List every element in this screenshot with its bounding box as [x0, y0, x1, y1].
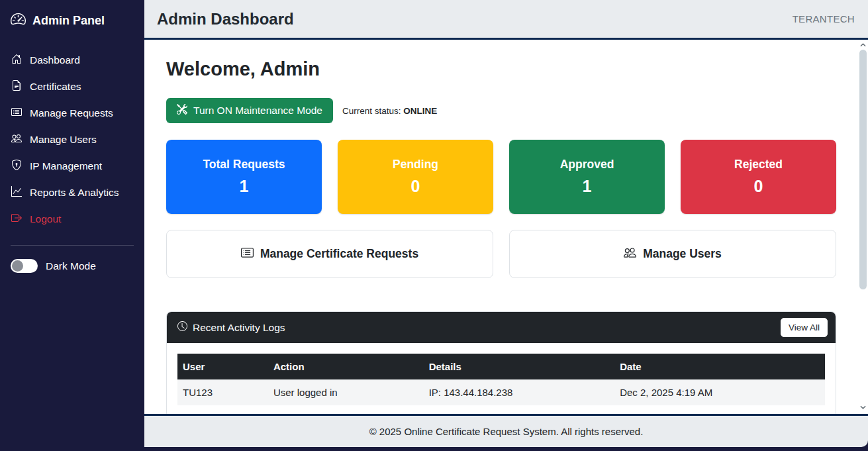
- scrollbar-up-arrow-icon[interactable]: [858, 40, 868, 50]
- recent-activity-card: Recent Activity Logs View All User Actio…: [166, 311, 836, 414]
- app-window: Admin Panel Dashboard Certificates Manag…: [0, 0, 868, 451]
- stat-card-total-requests: Total Requests 1: [166, 140, 322, 214]
- tools-icon: [177, 104, 187, 117]
- sidebar-brand: Admin Panel: [0, 0, 144, 47]
- sidebar-item-logout[interactable]: Logout: [0, 206, 144, 232]
- card-list-icon: [241, 246, 254, 262]
- sidebar-item-reports-analytics[interactable]: Reports & Analytics: [0, 179, 144, 206]
- action-button-label: Manage Certificate Requests: [260, 247, 418, 261]
- scrollbar-thumb[interactable]: [859, 50, 867, 289]
- scrollbar-down-arrow-icon[interactable]: [858, 403, 868, 412]
- page-footer: © 2025 Online Certificate Request System…: [144, 414, 868, 447]
- stat-value: 1: [166, 177, 322, 196]
- sidebar-item-ip-management[interactable]: IP Management: [0, 153, 144, 179]
- stat-card-rejected: Rejected 0: [681, 140, 836, 214]
- people-icon: [624, 246, 636, 262]
- stat-label: Approved: [509, 158, 665, 172]
- stat-card-pending: Pending 0: [338, 140, 493, 214]
- recent-activity-header: Recent Activity Logs View All: [167, 312, 836, 343]
- copyright-text: © 2025 Online Certificate Request System…: [369, 426, 644, 437]
- sidebar-item-label: Reports & Analytics: [30, 187, 119, 199]
- logout-icon: [11, 213, 22, 226]
- stat-value: 1: [509, 177, 665, 196]
- sidebar-item-label: Logout: [30, 213, 61, 225]
- sidebar-item-label: Manage Users: [30, 134, 97, 146]
- dark-mode-label: Dark Mode: [46, 260, 96, 272]
- status-label: Current status:: [342, 106, 401, 116]
- view-all-button[interactable]: View All: [781, 318, 828, 337]
- shield-lock-icon: [11, 160, 22, 173]
- welcome-heading: Welcome, Admin: [166, 58, 836, 80]
- sidebar-item-label: IP Management: [30, 160, 102, 172]
- sidebar-divider: [11, 245, 134, 246]
- file-text-icon: [11, 80, 22, 93]
- maintenance-row: Turn ON Maintenance Mode Current status:…: [166, 98, 836, 123]
- company-brand: TERANTECH: [793, 13, 855, 25]
- page-title: Admin Dashboard: [157, 10, 294, 28]
- cell-action: User logged in: [268, 379, 424, 405]
- top-header: Admin Dashboard TERANTECH: [144, 0, 868, 40]
- current-status-text: Current status: ONLINE: [342, 106, 437, 116]
- dark-mode-row: Dark Mode: [0, 254, 144, 278]
- sidebar-item-manage-requests[interactable]: Manage Requests: [0, 100, 144, 126]
- manage-users-button[interactable]: Manage Users: [509, 230, 836, 278]
- cell-date: Dec 2, 2025 4:19 AM: [614, 379, 825, 405]
- actions-row: Manage Certificate Requests Manage Users: [166, 230, 836, 278]
- main-column: Admin Dashboard TERANTECH Welcome, Admin…: [144, 0, 868, 451]
- sidebar-item-label: Dashboard: [30, 54, 80, 66]
- table-header-row: User Action Details Date: [177, 354, 825, 379]
- manage-certificate-requests-button[interactable]: Manage Certificate Requests: [166, 230, 493, 278]
- stat-value: 0: [681, 177, 836, 196]
- column-header-user: User: [177, 354, 268, 379]
- stat-label: Pending: [338, 158, 493, 172]
- maintenance-mode-button[interactable]: Turn ON Maintenance Mode: [166, 98, 333, 123]
- sidebar-item-manage-users[interactable]: Manage Users: [0, 126, 144, 153]
- stat-label: Rejected: [681, 158, 836, 172]
- stat-value: 0: [338, 177, 493, 196]
- column-header-action: Action: [268, 354, 424, 379]
- table-row: TU123 User logged in IP: 143.44.184.238 …: [177, 379, 825, 405]
- dark-mode-toggle[interactable]: [11, 259, 38, 273]
- sidebar-brand-label: Admin Panel: [32, 14, 105, 28]
- sidebar-item-certificates[interactable]: Certificates: [0, 74, 144, 100]
- sidebar-item-label: Certificates: [30, 81, 81, 93]
- sidebar-item-dashboard[interactable]: Dashboard: [0, 47, 144, 74]
- people-icon: [11, 133, 22, 146]
- sidebar: Admin Panel Dashboard Certificates Manag…: [0, 0, 144, 451]
- status-value: ONLINE: [403, 106, 437, 116]
- cell-user: TU123: [177, 379, 268, 405]
- recent-activity-body: User Action Details Date TU123 User logg…: [167, 343, 836, 414]
- vertical-scrollbar[interactable]: [858, 40, 868, 414]
- action-button-label: Manage Users: [643, 247, 722, 261]
- recent-activity-title-label: Recent Activity Logs: [193, 322, 285, 334]
- graph-up-icon: [11, 186, 22, 199]
- activity-logs-table: User Action Details Date TU123 User logg…: [177, 354, 825, 405]
- stat-card-approved: Approved 1: [509, 140, 665, 214]
- speedometer-icon: [11, 11, 26, 30]
- stats-row: Total Requests 1 Pending 0 Approved 1 Re…: [166, 140, 836, 214]
- recent-activity-title: Recent Activity Logs: [177, 321, 285, 334]
- column-header-details: Details: [424, 354, 615, 379]
- column-header-date: Date: [614, 354, 825, 379]
- clock-icon: [177, 321, 187, 334]
- card-list-icon: [11, 107, 22, 120]
- cell-details: IP: 143.44.184.238: [424, 379, 615, 405]
- maintenance-button-label: Turn ON Maintenance Mode: [193, 105, 322, 117]
- toggle-knob: [12, 260, 23, 272]
- sidebar-item-label: Manage Requests: [30, 107, 113, 119]
- content-area: Welcome, Admin Turn ON Maintenance Mode …: [144, 40, 868, 414]
- house-icon: [11, 54, 22, 67]
- sidebar-nav: Dashboard Certificates Manage Requests M…: [0, 47, 144, 232]
- stat-label: Total Requests: [166, 158, 322, 172]
